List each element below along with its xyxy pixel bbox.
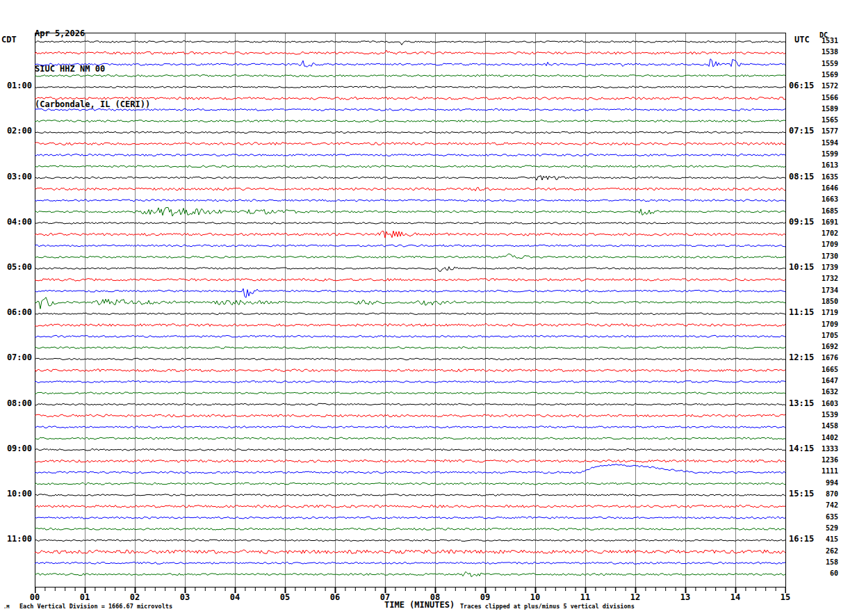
seismo-trace-row-44 bbox=[35, 540, 785, 542]
seismo-trace-row-17 bbox=[35, 231, 785, 238]
x-axis-tick-label: 01 bbox=[72, 593, 97, 601]
dc-value: 1709 bbox=[816, 321, 838, 328]
dc-value: 1632 bbox=[816, 389, 838, 396]
x-axis-tick-label: 12 bbox=[623, 593, 648, 601]
seismo-trace-row-32 bbox=[35, 403, 785, 405]
seismo-trace-row-39 bbox=[35, 483, 785, 485]
dc-value: 1685 bbox=[816, 208, 838, 215]
dc-value: 994 bbox=[816, 480, 838, 487]
seismo-trace-row-11 bbox=[35, 165, 785, 168]
seismo-trace-row-14 bbox=[35, 200, 785, 202]
dc-value: 1663 bbox=[816, 196, 838, 203]
dc-value: 1333 bbox=[816, 446, 838, 453]
x-axis-tick-label: 06 bbox=[322, 593, 348, 601]
right-hour-label: 07:15 bbox=[789, 127, 819, 135]
seismo-trace-row-6 bbox=[35, 108, 785, 111]
dc-value: 1539 bbox=[816, 412, 838, 419]
dc-value: 1850 bbox=[816, 298, 838, 305]
left-hour-label: 10:00 bbox=[0, 489, 32, 498]
seismo-trace-row-10 bbox=[35, 154, 785, 156]
seismo-trace-row-42 bbox=[35, 517, 785, 519]
seismo-trace-row-47 bbox=[35, 572, 785, 576]
right-hour-label: 12:15 bbox=[789, 353, 819, 362]
dc-value: 1734 bbox=[816, 287, 838, 294]
seismo-trace-row-7 bbox=[35, 120, 785, 122]
seismo-trace-row-40 bbox=[35, 494, 785, 496]
dc-value: 1603 bbox=[816, 400, 838, 407]
seismo-trace-row-0 bbox=[35, 41, 785, 45]
x-axis-tick-label: 15 bbox=[773, 593, 798, 601]
seismo-trace-row-15 bbox=[35, 207, 785, 216]
seismo-trace-row-2 bbox=[35, 59, 785, 67]
seismo-trace-row-20 bbox=[35, 267, 785, 272]
right-hour-label: 08:15 bbox=[789, 172, 819, 181]
right-hour-label: 09:15 bbox=[789, 218, 819, 226]
right-hour-label: 13:15 bbox=[789, 399, 819, 407]
dc-value: 1236 bbox=[816, 457, 838, 464]
right-hour-label: 15:15 bbox=[789, 489, 819, 498]
seismo-trace-row-46 bbox=[35, 562, 785, 564]
dc-value: 1559 bbox=[816, 60, 838, 67]
seismo-trace-row-25 bbox=[35, 324, 785, 327]
left-hour-label: 03:00 bbox=[0, 172, 32, 181]
x-axis-tick-label: 03 bbox=[172, 593, 197, 601]
dc-value: 1569 bbox=[816, 72, 838, 79]
left-hour-label: 06:00 bbox=[0, 308, 32, 316]
dc-value: 1702 bbox=[816, 230, 838, 237]
dc-value: 1458 bbox=[816, 423, 838, 430]
dc-value: 1566 bbox=[816, 95, 838, 102]
x-axis-tick-label: 09 bbox=[473, 593, 498, 601]
seismo-trace-row-38 bbox=[35, 464, 785, 473]
dc-value: 1594 bbox=[816, 140, 838, 147]
dc-value: 1719 bbox=[816, 309, 838, 316]
seismo-trace-row-27 bbox=[35, 347, 785, 349]
dc-value: 1692 bbox=[816, 343, 838, 350]
seismo-trace-row-1 bbox=[35, 50, 785, 54]
seismo-trace-row-19 bbox=[35, 254, 785, 259]
dc-value: 1732 bbox=[816, 275, 838, 282]
dc-value: 1402 bbox=[816, 435, 838, 441]
dc-value: 262 bbox=[816, 548, 838, 555]
x-axis-tick-label: 00 bbox=[22, 593, 47, 601]
seismo-trace-row-16 bbox=[35, 222, 785, 224]
dc-value: 742 bbox=[816, 502, 838, 509]
seismo-trace-row-9 bbox=[35, 143, 785, 145]
dc-value: 415 bbox=[816, 536, 838, 543]
dc-value: 1709 bbox=[816, 241, 838, 248]
seismo-trace-row-41 bbox=[35, 505, 785, 508]
dc-value: 635 bbox=[816, 514, 838, 521]
helicorder-plot bbox=[35, 33, 786, 594]
dc-value: 1538 bbox=[816, 49, 838, 56]
dc-value: 158 bbox=[816, 559, 838, 566]
seismo-trace-row-33 bbox=[35, 414, 785, 417]
dc-value: 1646 bbox=[816, 185, 838, 192]
x-axis-tick-label: 10 bbox=[523, 593, 548, 601]
x-axis-tick-label: 11 bbox=[573, 593, 598, 601]
plot-frame bbox=[35, 33, 786, 587]
dc-value: 1730 bbox=[816, 253, 838, 260]
dc-value: 1111 bbox=[816, 468, 838, 475]
left-timezone-header: CDT bbox=[1, 35, 17, 44]
right-hour-label: 10:15 bbox=[789, 263, 819, 271]
seismo-trace-row-35 bbox=[35, 437, 785, 439]
dc-value: 1572 bbox=[816, 83, 838, 90]
dc-value: 1691 bbox=[816, 219, 838, 226]
dc-value: 529 bbox=[816, 525, 838, 532]
corner-mark: .M bbox=[3, 605, 9, 610]
seismo-trace-row-28 bbox=[35, 358, 785, 360]
x-axis-tick-label: 04 bbox=[222, 593, 247, 601]
x-axis-tick-label: 14 bbox=[723, 593, 748, 601]
left-hour-label: 07:00 bbox=[0, 353, 32, 362]
x-axis-title: TIME (MINUTES) bbox=[384, 601, 455, 610]
right-hour-label: 11:15 bbox=[789, 308, 819, 316]
left-hour-label: 01:00 bbox=[0, 81, 32, 90]
right-hour-label: 14:15 bbox=[789, 444, 819, 453]
seismo-trace-row-30 bbox=[35, 381, 785, 383]
dc-value: 1739 bbox=[816, 264, 838, 271]
seismo-trace-row-37 bbox=[35, 460, 785, 462]
dc-value: 1565 bbox=[816, 117, 838, 124]
left-hour-label: 11:00 bbox=[0, 535, 32, 543]
dc-value: 1665 bbox=[816, 366, 838, 373]
seismo-trace-row-21 bbox=[35, 278, 785, 281]
seismo-trace-row-23 bbox=[35, 298, 785, 309]
